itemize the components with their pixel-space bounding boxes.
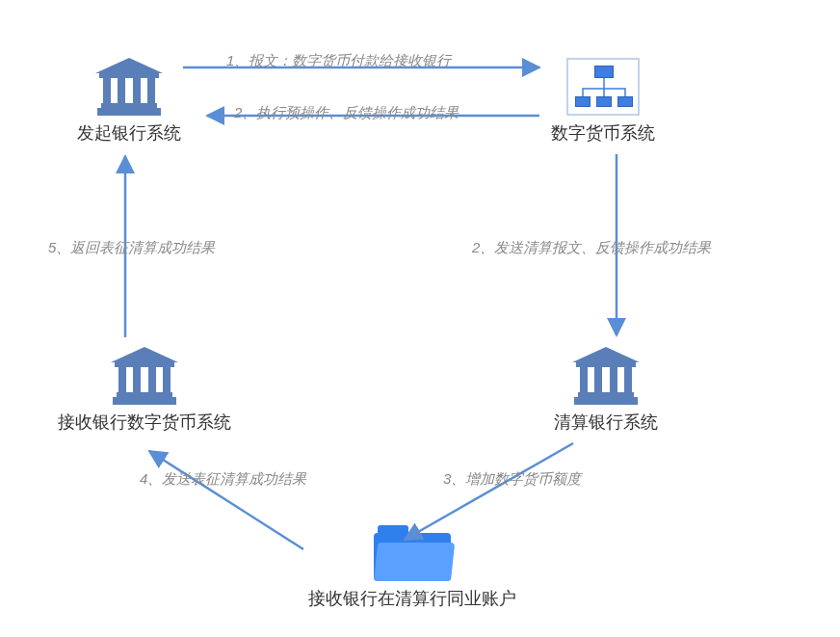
bank-icon bbox=[111, 347, 178, 405]
folder-icon bbox=[374, 525, 451, 581]
org-chart-icon bbox=[566, 58, 640, 116]
node-receiving-bank-system: 接收银行数字货币系统 bbox=[58, 347, 231, 434]
edge-label-e3: 3、增加数字货币额度 bbox=[443, 470, 581, 489]
node-label: 发起银行系统 bbox=[77, 121, 181, 145]
bank-icon bbox=[95, 58, 163, 116]
edge-label-e2b: 2、发送清算报文、反馈操作成功结果 bbox=[472, 239, 711, 257]
bank-icon bbox=[572, 347, 640, 405]
node-label: 数字货币系统 bbox=[551, 121, 655, 145]
node-digital-currency-system: 数字货币系统 bbox=[551, 58, 655, 145]
node-label: 接收银行数字货币系统 bbox=[58, 411, 231, 434]
edge-label-e1: 1、报文：数字货币付款给接收银行 bbox=[226, 52, 451, 70]
node-receiving-bank-account: 接收银行在清算行同业账户 bbox=[308, 525, 516, 610]
node-clearing-bank: 清算银行系统 bbox=[554, 347, 658, 434]
edge-label-e2a: 2、执行预操作、反馈操作成功结果 bbox=[234, 104, 459, 122]
edge-label-e5: 5、返回表征清算成功结果 bbox=[48, 239, 215, 257]
node-label: 接收银行在清算行同业账户 bbox=[308, 587, 516, 610]
arrow-e4 bbox=[149, 451, 303, 549]
edge-label-e4: 4、发送表征清算成功结果 bbox=[140, 470, 306, 489]
node-origin-bank: 发起银行系统 bbox=[77, 58, 181, 145]
node-label: 清算银行系统 bbox=[554, 411, 658, 434]
